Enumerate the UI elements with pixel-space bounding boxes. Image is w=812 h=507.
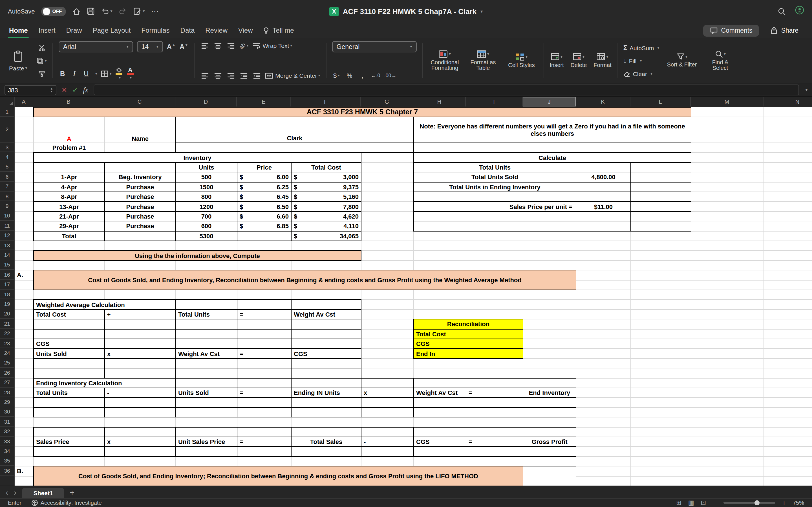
cell-G33[interactable]: - bbox=[361, 437, 414, 447]
row-header-34[interactable]: 34 bbox=[0, 446, 14, 456]
row-header-25[interactable]: 25 bbox=[0, 358, 14, 368]
cell-D28[interactable]: Units Sold bbox=[175, 388, 238, 398]
cell-B12[interactable]: Total bbox=[33, 231, 105, 241]
cell-E19[interactable] bbox=[237, 299, 292, 310]
cell-F30[interactable] bbox=[291, 407, 361, 418]
ribbon-tab-insert[interactable]: Insert bbox=[39, 26, 56, 34]
fill-button[interactable]: ↓Fill▾ bbox=[623, 57, 659, 65]
cell-H22[interactable]: Total Cost bbox=[413, 329, 466, 339]
cell-D20[interactable]: Total Units bbox=[175, 309, 238, 320]
cell-B22[interactable] bbox=[33, 329, 105, 339]
row-header-11[interactable]: 11 bbox=[0, 221, 14, 231]
cell-J34[interactable] bbox=[523, 446, 576, 457]
cell-H3[interactable] bbox=[413, 143, 691, 153]
cell-I33[interactable]: = bbox=[466, 437, 523, 447]
cell-C33[interactable]: x bbox=[104, 437, 176, 447]
borders-button[interactable]: ▾ bbox=[101, 69, 112, 78]
column-header-I[interactable]: I bbox=[466, 97, 523, 107]
cell-C22[interactable] bbox=[104, 329, 176, 339]
cell-H24[interactable]: End In bbox=[413, 348, 466, 359]
cell-D21[interactable] bbox=[175, 319, 238, 329]
cell-D19[interactable] bbox=[175, 299, 238, 310]
cell-E21[interactable] bbox=[237, 319, 292, 329]
row-header-33[interactable]: 33 bbox=[0, 437, 14, 446]
tell-me-button[interactable]: Tell me bbox=[263, 26, 294, 34]
cell-F10[interactable]: $4,620 bbox=[291, 211, 361, 222]
undo-button[interactable]: ▾ bbox=[101, 7, 112, 15]
zoom-slider-thumb[interactable] bbox=[755, 500, 760, 505]
cell-B34[interactable] bbox=[33, 446, 105, 457]
cell-B5[interactable] bbox=[33, 162, 105, 173]
cell-I22[interactable] bbox=[466, 329, 523, 339]
cell-D11[interactable]: 600 bbox=[175, 221, 238, 231]
cell-B26[interactable] bbox=[33, 368, 105, 378]
cell-C30[interactable] bbox=[104, 407, 176, 418]
bold-button[interactable]: B bbox=[59, 69, 66, 77]
cell-H29[interactable] bbox=[413, 397, 466, 408]
row-header-7[interactable]: 7 bbox=[0, 182, 14, 191]
cell-D9[interactable]: 1200 bbox=[175, 202, 238, 212]
row-header-9[interactable]: 9 bbox=[0, 202, 14, 211]
font-name-select[interactable]: Arial▾ bbox=[59, 41, 133, 52]
cell-D33[interactable]: Unit Sales Price bbox=[175, 437, 238, 447]
cell-L6[interactable] bbox=[630, 172, 691, 182]
cell-D29[interactable] bbox=[175, 397, 238, 408]
row-header-4[interactable]: 4 bbox=[0, 152, 14, 162]
cell-F22[interactable] bbox=[291, 329, 361, 339]
cell-E10[interactable]: $6.60 bbox=[237, 211, 292, 222]
cell-H32[interactable] bbox=[413, 427, 466, 437]
cell-E25[interactable] bbox=[237, 358, 292, 369]
cell-H33[interactable]: CGS bbox=[413, 437, 466, 447]
name-box[interactable]: J83 ▲▼ bbox=[4, 85, 56, 95]
cell-H9[interactable]: Sales Price per unit = bbox=[413, 202, 576, 212]
cell-F6[interactable]: $3,000 bbox=[291, 172, 361, 182]
accessibility-status[interactable]: Accessibility: Investigate bbox=[32, 500, 102, 506]
align-left-button[interactable] bbox=[200, 71, 209, 80]
decrease-font-button[interactable]: A▼ bbox=[180, 43, 188, 51]
cell-J27[interactable] bbox=[523, 378, 576, 388]
sheet-tab-sheet1[interactable]: Sheet1 bbox=[22, 488, 64, 498]
column-header-N[interactable]: N bbox=[763, 97, 812, 107]
cell-C9[interactable]: Purchase bbox=[104, 202, 176, 212]
cell-F20[interactable]: Weight Av Cst bbox=[291, 309, 361, 320]
row-header-18[interactable]: 18 bbox=[0, 290, 14, 299]
cell-F23[interactable] bbox=[291, 339, 361, 349]
cell-F33[interactable]: Total Sales bbox=[291, 437, 361, 447]
cell-D22[interactable] bbox=[175, 329, 238, 339]
cell-C8[interactable]: Purchase bbox=[104, 191, 176, 202]
cell-H28[interactable]: Weight Av Cst bbox=[413, 388, 466, 398]
percent-format-button[interactable]: % bbox=[345, 71, 354, 80]
cell-E29[interactable] bbox=[237, 397, 292, 408]
search-button[interactable] bbox=[777, 7, 786, 15]
section-b-banner[interactable]: Cost of Goods Sold, and Ending Inventory… bbox=[33, 466, 523, 486]
cell-D34[interactable] bbox=[175, 446, 238, 457]
cell-J30[interactable] bbox=[523, 407, 576, 418]
cell-B8[interactable]: 8-Apr bbox=[33, 191, 105, 202]
sheet-nav-right-icon[interactable]: › bbox=[14, 488, 16, 497]
reconciliation-header[interactable]: Reconciliation bbox=[413, 319, 523, 329]
cell-F12[interactable]: $34,065 bbox=[291, 231, 361, 241]
cell-C12[interactable] bbox=[104, 231, 176, 241]
redo-button[interactable] bbox=[118, 7, 127, 15]
cell-F21[interactable] bbox=[291, 319, 361, 329]
row-header-26[interactable]: 26 bbox=[0, 368, 14, 378]
increase-indent-button[interactable] bbox=[252, 71, 261, 80]
cut-button[interactable] bbox=[37, 43, 47, 52]
comments-button[interactable]: Comments bbox=[703, 24, 759, 36]
cell-L7[interactable] bbox=[630, 182, 691, 192]
cell-J29[interactable] bbox=[523, 397, 576, 408]
section-a-banner[interactable]: Cost of Goods Sold, and Ending Inventory… bbox=[33, 270, 576, 290]
cell-H34[interactable] bbox=[413, 446, 466, 457]
align-bottom-button[interactable] bbox=[226, 41, 235, 50]
row-header-1[interactable]: 1 bbox=[0, 107, 14, 117]
column-header-A[interactable]: A bbox=[15, 97, 33, 107]
cell-F24[interactable]: CGS bbox=[291, 348, 361, 359]
cell-B10[interactable]: 21-Apr bbox=[33, 211, 105, 222]
cell-F29[interactable] bbox=[291, 397, 361, 408]
cell-K11[interactable] bbox=[576, 221, 631, 231]
inventory-header[interactable]: Inventory bbox=[33, 152, 361, 163]
paste-button[interactable]: Paste▾ bbox=[6, 41, 31, 80]
cell-D30[interactable] bbox=[175, 407, 238, 418]
cell-J28[interactable]: End Inventory bbox=[523, 388, 576, 398]
row-header-16[interactable]: 16 bbox=[0, 270, 14, 280]
